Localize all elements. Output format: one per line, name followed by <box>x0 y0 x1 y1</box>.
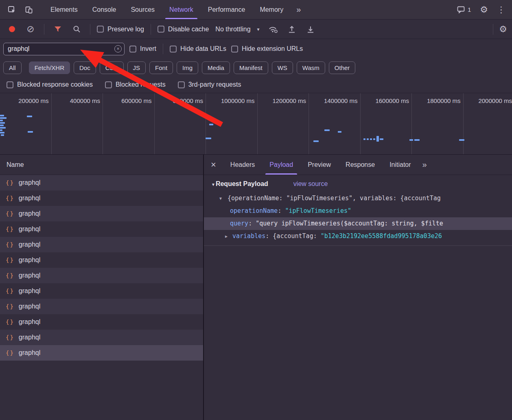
chip-font[interactable]: Font <box>149 61 173 74</box>
tab-sources[interactable]: Sources <box>123 0 162 19</box>
filter-icon[interactable] <box>51 26 65 33</box>
blocked-cookies-checkbox[interactable] <box>7 81 13 88</box>
request-row[interactable]: {}graphql <box>0 252 203 268</box>
blocked-requests-checkbox[interactable] <box>105 81 112 88</box>
tab-console[interactable]: Console <box>85 0 124 19</box>
hide-data-urls-checkbox[interactable] <box>170 46 177 52</box>
chip-other[interactable]: Other <box>329 61 356 74</box>
tab-preview[interactable]: Preview <box>300 155 338 175</box>
section-divider <box>204 245 512 246</box>
invert-checkbox[interactable] <box>129 46 136 52</box>
request-name: graphql <box>19 318 40 326</box>
request-name: graphql <box>19 256 40 264</box>
request-row[interactable]: {}graphql <box>0 299 203 314</box>
name-column-header[interactable]: Name <box>0 155 203 175</box>
request-name: graphql <box>19 287 40 295</box>
tab-label: Sources <box>131 6 155 13</box>
tab-initiator[interactable]: Initiator <box>382 155 418 175</box>
network-conditions-icon[interactable] <box>266 25 280 33</box>
tab-memory[interactable]: Memory <box>252 0 291 19</box>
tab-elements[interactable]: Elements <box>43 0 85 19</box>
payload-value: "ipFlowTimeseries" <box>285 207 351 214</box>
disable-cache-checkbox[interactable] <box>158 26 164 33</box>
request-row[interactable]: {}graphql <box>0 175 203 190</box>
collapse-triangle-icon[interactable]: ▼ <box>211 182 215 187</box>
message-bubble-icon <box>457 6 465 13</box>
request-row[interactable]: {}graphql <box>0 190 203 206</box>
chip-media[interactable]: Media <box>202 61 230 74</box>
import-har-icon[interactable] <box>285 25 299 33</box>
record-network-log-icon[interactable] <box>5 26 19 32</box>
device-toolbar-icon[interactable] <box>20 0 37 19</box>
tab-label: Elements <box>50 6 78 13</box>
network-settings-gear-icon[interactable]: ⚙ <box>499 25 507 34</box>
request-row[interactable]: {}graphql <box>0 206 203 221</box>
request-row[interactable]: {}graphql <box>0 283 203 299</box>
request-row[interactable]: {}graphql <box>0 221 203 237</box>
chip-ws[interactable]: WS <box>272 61 293 74</box>
request-name: graphql <box>19 334 40 341</box>
close-details-icon[interactable]: × <box>204 160 223 170</box>
tab-label: Console <box>92 6 116 13</box>
chip-js[interactable]: JS <box>127 61 146 74</box>
search-icon[interactable] <box>70 25 83 33</box>
timeline-tick: 800000 ms <box>155 93 206 154</box>
inspect-element-icon[interactable] <box>3 0 20 19</box>
network-overview-timeline[interactable]: 200000 ms 400000 ms 600000 ms 800000 ms … <box>0 93 512 155</box>
customize-menu-icon[interactable]: ⋮ <box>497 5 505 14</box>
export-har-icon[interactable] <box>304 25 317 33</box>
request-name: graphql <box>19 303 40 310</box>
payload-root-row[interactable]: ▼ {operationName: "ipFlowTimeseries", va… <box>204 192 512 205</box>
more-details-tabs-icon[interactable]: » <box>418 160 431 169</box>
hide-data-urls-label: Hide data URLs <box>180 45 226 52</box>
chip-manifest[interactable]: Manifest <box>234 61 268 74</box>
request-row[interactable]: {}graphql <box>0 237 203 252</box>
expand-triangle-icon[interactable]: ▼ <box>219 192 222 205</box>
panel-tabs: Elements Console Sources Network Perform… <box>43 0 291 19</box>
request-row[interactable]: {}graphql <box>0 314 203 330</box>
key-value-separator: : <box>278 207 285 214</box>
tab-response[interactable]: Response <box>338 155 382 175</box>
tab-performance[interactable]: Performance <box>201 0 253 19</box>
request-row[interactable]: {}graphql <box>0 330 203 345</box>
json-braces-icon: {} <box>6 334 14 341</box>
divider <box>44 24 44 35</box>
expand-triangle-icon[interactable]: ▶ <box>225 230 228 243</box>
payload-value: "query ipFlowTimeseries($accountTag: str… <box>256 220 443 227</box>
request-row[interactable]: {}graphql <box>0 345 203 361</box>
tab-headers[interactable]: Headers <box>223 155 262 175</box>
chip-css[interactable]: CSS <box>100 61 124 74</box>
tab-label: Payload <box>269 161 293 168</box>
tabbar-right-controls: 1 ⚙ ⋮ <box>457 5 512 14</box>
settings-gear-icon[interactable]: ⚙ <box>480 5 488 14</box>
filter-input[interactable] <box>3 43 125 55</box>
blocked-cookies-checkbox-group: Blocked response cookies <box>7 81 93 88</box>
chip-doc[interactable]: Doc <box>74 61 96 74</box>
more-tabs-icon[interactable]: » <box>291 5 306 14</box>
throttling-dropdown[interactable]: No throttling ▾ <box>214 26 261 33</box>
request-payload-section[interactable]: ▼ Request Payload view source <box>204 180 512 188</box>
chip-all[interactable]: All <box>3 61 22 74</box>
chip-wasm[interactable]: Wasm <box>297 61 325 74</box>
timeline-tick: 1400000 ms <box>309 93 361 154</box>
third-party-checkbox[interactable] <box>178 81 185 88</box>
hide-extension-urls-checkbox[interactable] <box>231 46 238 52</box>
requests-panel: Name {}graphql {}graphql {}graphql {}gra… <box>0 155 204 420</box>
chip-img[interactable]: Img <box>177 61 198 74</box>
clear-network-log-icon[interactable]: ⊘ <box>24 24 37 34</box>
clear-filter-icon[interactable]: × <box>114 45 122 52</box>
payload-variables-row[interactable]: ▶ variables: {accountTag: "b12e3b2192ee5… <box>204 230 512 243</box>
preserve-log-checkbox[interactable] <box>97 26 104 33</box>
payload-key: variables <box>232 232 265 240</box>
json-braces-icon: {} <box>6 272 14 279</box>
payload-query-row[interactable]: query: "query ipFlowTimeseries($accountT… <box>204 217 512 230</box>
tab-payload[interactable]: Payload <box>262 155 300 175</box>
view-source-link[interactable]: view source <box>293 180 328 188</box>
hide-data-urls-checkbox-group: Hide data URLs <box>170 45 226 52</box>
console-messages-badge[interactable]: 1 <box>457 6 471 13</box>
payload-operation-row[interactable]: operationName: "ipFlowTimeseries" <box>204 205 512 217</box>
request-row[interactable]: {}graphql <box>0 268 203 283</box>
tab-network[interactable]: Network <box>162 0 201 19</box>
hide-extension-urls-label: Hide extension URLs <box>242 45 303 52</box>
chip-fetch-xhr[interactable]: Fetch/XHR <box>29 61 70 74</box>
